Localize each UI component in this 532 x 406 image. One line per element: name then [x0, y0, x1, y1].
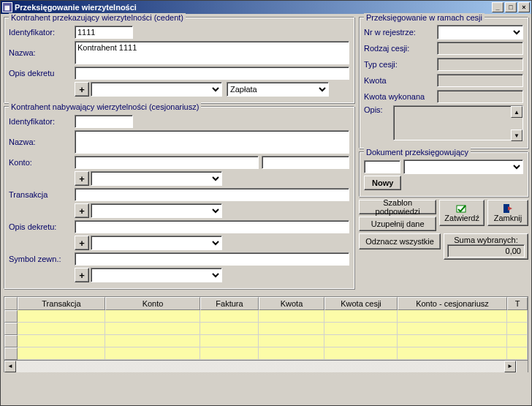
ces-symbol-input[interactable] [75, 252, 349, 266]
ces-trans-input[interactable] [75, 188, 349, 201]
cedent-name-value: Kontrahent 1111 [75, 41, 349, 64]
scroll-right-icon[interactable]: ► [504, 361, 516, 372]
cedent-name-label: Nazwa: [9, 48, 75, 57]
sum-value: 0,00 [447, 244, 525, 257]
scroll-up-icon[interactable]: ▲ [511, 106, 522, 118]
scroll-track[interactable] [16, 361, 504, 372]
nr-label: Nr w rejestrze: [364, 28, 437, 37]
typ-value [437, 58, 523, 71]
confirm-icon [456, 203, 468, 214]
ces-symbol-label: Symbol zewn.: [9, 255, 75, 263]
exit-icon [502, 203, 514, 214]
ces-name-label: Nazwa: [9, 138, 75, 146]
close-button[interactable]: × [518, 2, 530, 12]
ces-trans-plus[interactable]: + [75, 203, 89, 218]
ces-trans-label: Transakcja [9, 190, 75, 199]
szablon-button[interactable]: Szablon podpowiedzi [359, 200, 436, 214]
dokument-group: Dokument przeksięgowujący Nowy [359, 151, 528, 197]
col-konto-ces[interactable]: Konto - cesjonariusz [398, 297, 507, 310]
sum-label: Suma wybranych: [447, 236, 525, 244]
ces-trans-combo[interactable] [91, 203, 222, 218]
ces-konto-input2[interactable] [262, 156, 349, 169]
kwotawyk-value [437, 90, 523, 103]
cedent-plus-button[interactable]: + [75, 82, 89, 97]
dokument-combo[interactable] [403, 159, 523, 174]
ces-konto-label: Konto: [9, 158, 75, 167]
ces-dekret-plus[interactable]: + [75, 236, 89, 250]
kwotawyk-label: Kwota wykonana [364, 92, 437, 101]
odznacz-button[interactable]: Odznacz wszystkie [359, 233, 441, 249]
cedent-zaplata-combo[interactable]: Zapłata [227, 82, 329, 97]
cesjonariusz-group: Kontrahent nabywający wierzytelności (ce… [4, 106, 354, 289]
cedent-legend: Kontrahent przekazujący wierzytelności (… [9, 13, 186, 22]
col-faktura[interactable]: Faktura [200, 297, 259, 310]
col-transakcja[interactable]: Transakcja [18, 297, 105, 310]
col-t[interactable]: T [507, 297, 528, 310]
cedent-group: Kontrahent przekazujący wierzytelności (… [4, 17, 354, 103]
ces-dekret-combo[interactable] [91, 236, 222, 250]
window-title: Przeksięgowanie wierzytelności [15, 3, 490, 12]
zatwierdz-button[interactable]: Zatwierdź [439, 200, 484, 226]
col-kwota-cesji[interactable]: Kwota cesji [324, 297, 398, 310]
uzupelnij-button[interactable]: Uzupełnij dane [359, 217, 436, 231]
zamknij-button[interactable]: Zamknij [487, 200, 528, 226]
ces-symbol-combo[interactable] [91, 268, 222, 282]
typ-label: Typ cesji: [364, 60, 437, 69]
rodzaj-value [437, 42, 523, 55]
cedent-id-label: Identyfikator: [9, 28, 75, 37]
minimize-button[interactable]: _ [492, 2, 503, 12]
ces-name-value [75, 130, 349, 154]
dokument-input1[interactable] [364, 160, 400, 173]
ces-dekret-label: Opis dekretu: [9, 222, 75, 231]
cedent-combo1[interactable] [91, 82, 222, 97]
opis-label: Opis: [364, 105, 393, 114]
scroll-left-icon[interactable]: ◄ [4, 361, 16, 372]
ces-konto-combo[interactable] [91, 171, 222, 186]
cesja-group: Przeksięgowanie w ramach cesji Nr w reje… [359, 17, 528, 149]
ces-konto-input[interactable] [75, 156, 259, 169]
app-icon: ▦ [2, 2, 12, 12]
scroll-down-icon[interactable]: ▼ [511, 129, 522, 141]
nowy-button[interactable]: Nowy [364, 176, 401, 190]
cesjonariusz-legend: Kontrahent nabywający wierzytelności (ce… [9, 102, 201, 111]
kwota-value [437, 74, 523, 87]
cedent-dekret-input[interactable] [75, 67, 349, 80]
ces-dekret-input[interactable] [75, 220, 349, 233]
ces-symbol-plus[interactable]: + [75, 268, 89, 282]
cedent-id-input[interactable] [75, 26, 133, 39]
cedent-dekret-label: Opis dekretu [9, 69, 75, 78]
maximize-button[interactable]: □ [505, 2, 517, 12]
kwota-label: Kwota [364, 76, 437, 85]
rodzaj-label: Rodzaj cesji: [364, 44, 437, 53]
ces-konto-plus[interactable]: + [75, 171, 89, 186]
data-grid[interactable]: Transakcja Konto Faktura Kwota Kwota ces… [4, 296, 528, 372]
ces-id-label: Identyfikator: [9, 117, 75, 126]
grid-corner [4, 297, 18, 310]
ces-id-input[interactable] [75, 115, 133, 128]
dokument-legend: Dokument przeksięgowujący [364, 148, 471, 157]
col-kwota[interactable]: Kwota [259, 297, 324, 310]
nr-combo[interactable] [437, 25, 523, 40]
col-konto[interactable]: Konto [105, 297, 200, 310]
opis-text [393, 105, 523, 140]
cesja-legend: Przeksięgowanie w ramach cesji [364, 13, 484, 22]
